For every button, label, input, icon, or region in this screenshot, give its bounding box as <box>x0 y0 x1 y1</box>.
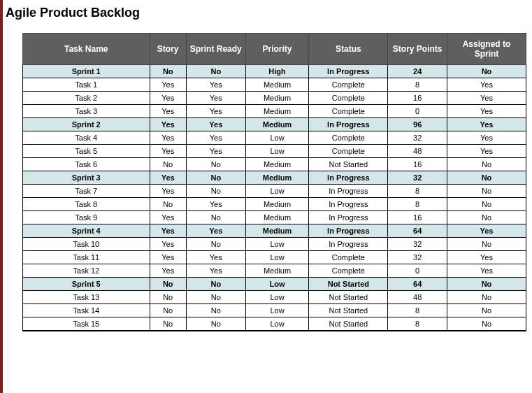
cell-status: Complete <box>309 264 388 278</box>
cell-task: Sprint 3 <box>23 171 150 185</box>
cell-assigned: No <box>447 171 526 185</box>
cell-assigned: No <box>447 158 526 171</box>
cell-points: 32 <box>388 251 447 264</box>
cell-task: Task 10 <box>23 238 150 251</box>
table-row: Task 4YesYesLowComplete32Yes <box>23 131 526 145</box>
table-row: Task 11YesYesLowComplete32Yes <box>23 251 526 264</box>
cell-task: Task 1 <box>23 78 150 92</box>
cell-points: 32 <box>388 131 447 145</box>
cell-status: In Progress <box>309 211 388 224</box>
cell-task: Task 2 <box>23 92 150 105</box>
cell-points: 16 <box>388 158 447 171</box>
cell-status: Complete <box>309 131 388 145</box>
cell-ready: No <box>186 158 245 171</box>
cell-status: Complete <box>309 105 388 118</box>
cell-assigned: Yes <box>447 105 526 118</box>
cell-status: In Progress <box>309 238 388 251</box>
cell-assigned: Yes <box>447 145 526 158</box>
cell-story: Yes <box>150 92 186 105</box>
cell-task: Task 14 <box>23 304 150 317</box>
cell-task: Task 8 <box>23 198 150 211</box>
backlog-table-wrap: Task Name Story Sprint Ready Priority St… <box>3 33 532 331</box>
cell-priority: Medium <box>245 158 309 171</box>
cell-ready: No <box>186 65 245 78</box>
cell-priority: Low <box>245 304 309 317</box>
cell-task: Sprint 4 <box>23 224 150 238</box>
cell-assigned: Yes <box>447 131 526 145</box>
cell-story: Yes <box>150 145 186 158</box>
cell-assigned: Yes <box>447 251 526 264</box>
header-story: Story <box>150 34 186 65</box>
table-row: Task 3YesYesMediumComplete0Yes <box>23 105 526 118</box>
cell-status: In Progress <box>309 198 388 211</box>
table-row: Task 14NoNoLowNot Started8No <box>23 304 526 317</box>
cell-priority: High <box>245 65 309 78</box>
cell-status: Complete <box>309 251 388 264</box>
cell-assigned: No <box>447 185 526 198</box>
cell-points: 8 <box>388 185 447 198</box>
cell-story: Yes <box>150 211 186 224</box>
cell-task: Task 11 <box>23 251 150 264</box>
cell-points: 96 <box>388 118 447 131</box>
cell-priority: Low <box>245 131 309 145</box>
cell-ready: No <box>186 317 245 331</box>
cell-assigned: Yes <box>447 224 526 238</box>
cell-ready: No <box>186 211 245 224</box>
cell-task: Task 7 <box>23 185 150 198</box>
cell-points: 16 <box>388 211 447 224</box>
cell-priority: Medium <box>245 264 309 278</box>
header-assigned: Assigned to Sprint <box>447 34 526 65</box>
cell-status: In Progress <box>309 65 388 78</box>
cell-points: 8 <box>388 317 447 331</box>
cell-task: Task 15 <box>23 317 150 331</box>
cell-status: Not Started <box>309 158 388 171</box>
cell-ready: Yes <box>186 198 245 211</box>
cell-story: No <box>150 65 186 78</box>
cell-assigned: No <box>447 65 526 78</box>
cell-priority: Medium <box>245 92 309 105</box>
cell-task: Task 5 <box>23 145 150 158</box>
cell-status: Complete <box>309 145 388 158</box>
cell-status: In Progress <box>309 224 388 238</box>
cell-points: 8 <box>388 304 447 317</box>
cell-task: Task 9 <box>23 211 150 224</box>
cell-story: Yes <box>150 131 186 145</box>
table-row: Task 12YesYesMediumComplete0Yes <box>23 264 526 278</box>
cell-status: Complete <box>309 78 388 92</box>
cell-priority: Low <box>245 145 309 158</box>
table-row: Task 5YesYesLowComplete48Yes <box>23 145 526 158</box>
cell-points: 16 <box>388 92 447 105</box>
cell-status: In Progress <box>309 118 388 131</box>
header-row: Task Name Story Sprint Ready Priority St… <box>23 34 526 65</box>
cell-points: 64 <box>388 224 447 238</box>
table-row: Task 13NoNoLowNot Started48No <box>23 291 526 304</box>
cell-ready: Yes <box>186 105 245 118</box>
cell-priority: Medium <box>245 224 309 238</box>
cell-status: Not Started <box>309 291 388 304</box>
sprint-row: Sprint 3YesNoMediumIn Progress32No <box>23 171 526 185</box>
cell-story: Yes <box>150 264 186 278</box>
cell-priority: Medium <box>245 171 309 185</box>
cell-task: Task 6 <box>23 158 150 171</box>
cell-assigned: No <box>447 211 526 224</box>
header-points: Story Points <box>388 34 447 65</box>
cell-priority: Low <box>245 291 309 304</box>
cell-priority: Low <box>245 238 309 251</box>
cell-points: 0 <box>388 105 447 118</box>
cell-status: In Progress <box>309 185 388 198</box>
cell-ready: Yes <box>186 224 245 238</box>
header-status: Status <box>309 34 388 65</box>
cell-points: 8 <box>388 198 447 211</box>
cell-story: Yes <box>150 185 186 198</box>
table-row: Task 2YesYesMediumComplete16Yes <box>23 92 526 105</box>
cell-ready: Yes <box>186 251 245 264</box>
cell-points: 32 <box>388 171 447 185</box>
cell-status: In Progress <box>309 171 388 185</box>
cell-status: Not Started <box>309 304 388 317</box>
cell-story: Yes <box>150 171 186 185</box>
cell-assigned: No <box>447 317 526 331</box>
cell-ready: No <box>186 304 245 317</box>
sprint-row: Sprint 2YesYesMediumIn Progress96Yes <box>23 118 526 131</box>
cell-story: No <box>150 304 186 317</box>
cell-assigned: No <box>447 304 526 317</box>
